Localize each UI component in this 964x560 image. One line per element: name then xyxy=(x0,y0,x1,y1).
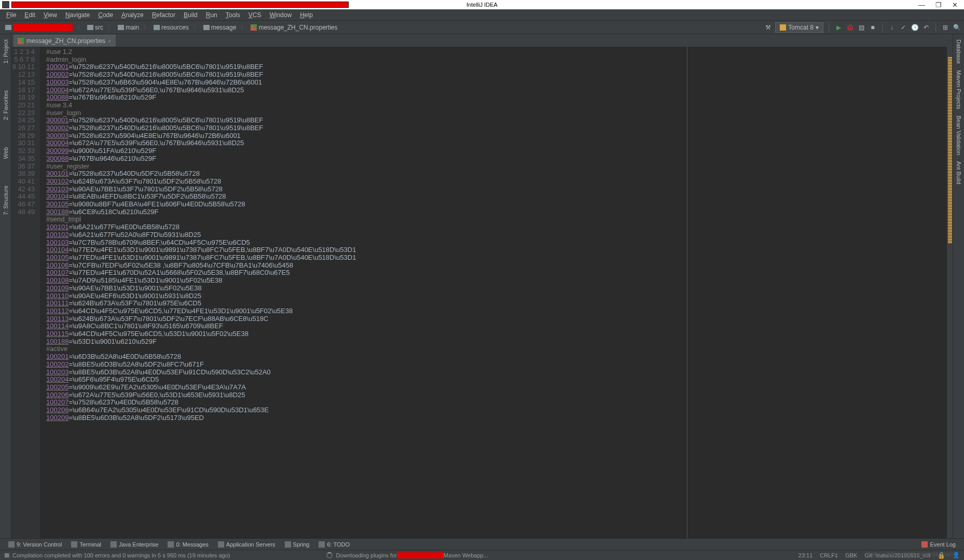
debug-button[interactable]: 🐞 xyxy=(846,23,854,32)
breadcrumb-item[interactable]: message xyxy=(201,23,239,32)
redacted-text xyxy=(397,552,444,558)
app-icon xyxy=(2,1,9,8)
tab-label: message_ZH_CN.properties xyxy=(26,37,105,45)
right-tool-stripe: DatabaseMaven ProjectsBean ValidationAnt… xyxy=(953,34,964,538)
breadcrumb-item[interactable]: src xyxy=(85,23,105,32)
breadcrumb-item[interactable]: main xyxy=(116,23,141,32)
bottom-tab-application-servers[interactable]: Application Servers xyxy=(214,540,280,549)
close-tab-icon[interactable]: × xyxy=(108,38,111,44)
menu-refactor[interactable]: Refactor xyxy=(149,10,178,20)
menu-run[interactable]: Run xyxy=(203,10,221,20)
menu-vcs[interactable]: VCS xyxy=(245,10,265,20)
run-button[interactable]: ▶ xyxy=(834,23,843,32)
close-button[interactable]: ✕ xyxy=(952,1,958,9)
menu-build[interactable]: Build xyxy=(181,10,201,20)
tool----project[interactable]: 1: Project xyxy=(2,36,10,66)
tool-database[interactable]: Database xyxy=(955,36,963,67)
vcs-commit-icon[interactable]: ✓ xyxy=(899,23,907,32)
breadcrumb-item[interactable] xyxy=(3,23,75,32)
split-pane xyxy=(687,47,946,538)
progress-text-a: Downloading plugins for xyxy=(336,552,396,558)
editor-tabs: message_ZH_CN.properties × xyxy=(11,34,953,47)
caret-position[interactable]: 23:11 xyxy=(798,552,813,558)
status-bar: ▦ Compilation completed with 100 errors … xyxy=(0,550,964,560)
vcs-history-icon[interactable]: 🕓 xyxy=(911,23,919,32)
line-separator[interactable]: CRLF‡ xyxy=(820,552,838,558)
breadcrumb-item[interactable]: message_ZH_CN.properties xyxy=(249,23,339,32)
tool----structure[interactable]: 7: Structure xyxy=(2,183,10,218)
vcs-update-icon[interactable]: ↓ xyxy=(888,23,896,32)
status-message: Compilation completed with 100 errors an… xyxy=(12,552,230,558)
menu-navigate[interactable]: Navigate xyxy=(62,10,93,20)
menu-file[interactable]: File xyxy=(3,10,19,20)
search-icon[interactable]: 🔍 xyxy=(953,23,961,32)
menu-analyze[interactable]: Analyze xyxy=(118,10,147,20)
bottom-tab-terminal[interactable]: Terminal xyxy=(67,540,105,549)
separator xyxy=(935,23,936,32)
hector-icon[interactable]: 👤 xyxy=(953,552,960,558)
menu-tools[interactable]: Tools xyxy=(223,10,243,20)
bottom-tool-tabs: 9: Version ControlTerminalJava Enterpris… xyxy=(0,538,964,550)
stop-button[interactable]: ■ xyxy=(869,23,877,32)
bottom-tab-spring[interactable]: Spring xyxy=(281,540,314,549)
progress-spinner-icon xyxy=(326,552,333,558)
coverage-button[interactable]: ▤ xyxy=(857,23,865,32)
menu-code[interactable]: Code xyxy=(95,10,116,20)
tomcat-icon xyxy=(780,24,786,31)
file-encoding[interactable]: GBK xyxy=(845,552,857,558)
event-log-button[interactable]: Event Log xyxy=(917,540,960,549)
run-config-label: Tomcat 8 xyxy=(788,24,814,31)
menu-edit[interactable]: Edit xyxy=(21,10,38,20)
properties-file-icon xyxy=(18,38,24,44)
hammer-icon[interactable]: ⚒ xyxy=(764,23,772,32)
progress-text-b: Maven Webapp... xyxy=(444,552,488,558)
minimize-button[interactable]: — xyxy=(918,1,925,9)
title-redacted xyxy=(11,2,349,8)
breadcrumb: 〉src〉main〉resources〉message〉message_ZH_C… xyxy=(3,23,764,32)
menu-view[interactable]: View xyxy=(40,10,60,20)
breadcrumb-item[interactable]: resources xyxy=(152,23,191,32)
code-area[interactable]: #use 1,2 #admin_login 100001=\u7528\u623… xyxy=(40,47,687,538)
structure-icon[interactable]: ⊞ xyxy=(941,23,949,32)
tool-maven-projects[interactable]: Maven Projects xyxy=(955,67,963,113)
status-icon[interactable]: ▦ xyxy=(4,552,9,558)
maximize-button[interactable]: ❐ xyxy=(935,1,942,9)
bottom-tab----todo[interactable]: 6: TODO xyxy=(314,540,354,549)
toolbar: 〉src〉main〉resources〉message〉message_ZH_C… xyxy=(0,21,964,34)
run-config-selector[interactable]: Tomcat 8 ▾ xyxy=(775,22,823,33)
app-title: IntelliJ IDEA xyxy=(466,2,498,8)
tool-bean-validation[interactable]: Bean Validation xyxy=(955,113,963,158)
chevron-down-icon: ▾ xyxy=(816,24,819,31)
line-gutter: 1 2 3 4 5 6 7 8 9 10 11 12 13 14 15 16 1… xyxy=(11,47,40,538)
bottom-tab-java-enterprise[interactable]: Java Enterprise xyxy=(106,540,162,549)
watermark: https://blog.csdn.net/niaonao xyxy=(867,550,954,558)
tool----favorites[interactable]: 2: Favorites xyxy=(2,87,10,123)
error-stripe[interactable] xyxy=(946,47,953,538)
bottom-tab----messages[interactable]: 0: Messages xyxy=(163,540,212,549)
editor-tab[interactable]: message_ZH_CN.properties × xyxy=(13,35,116,47)
left-tool-stripe: 1: Project2: FavoritesWeb7: Structure xyxy=(0,34,11,538)
separator xyxy=(829,23,829,32)
vcs-revert-icon[interactable]: ↶ xyxy=(922,23,930,32)
bottom-tab----version-control[interactable]: 9: Version Control xyxy=(4,540,66,549)
menu-bar: FileEditViewNavigateCodeAnalyzeRefactorB… xyxy=(0,9,964,21)
menu-help[interactable]: Help xyxy=(297,10,316,20)
title-bar: IntelliJ IDEA — ❐ ✕ xyxy=(0,0,964,9)
menu-window[interactable]: Window xyxy=(266,10,295,20)
tool-ant-build[interactable]: Ant Build xyxy=(955,158,963,187)
editor[interactable]: 1 2 3 4 5 6 7 8 9 10 11 12 13 14 15 16 1… xyxy=(11,47,953,538)
tool-web[interactable]: Web xyxy=(2,144,10,162)
separator xyxy=(882,23,883,32)
